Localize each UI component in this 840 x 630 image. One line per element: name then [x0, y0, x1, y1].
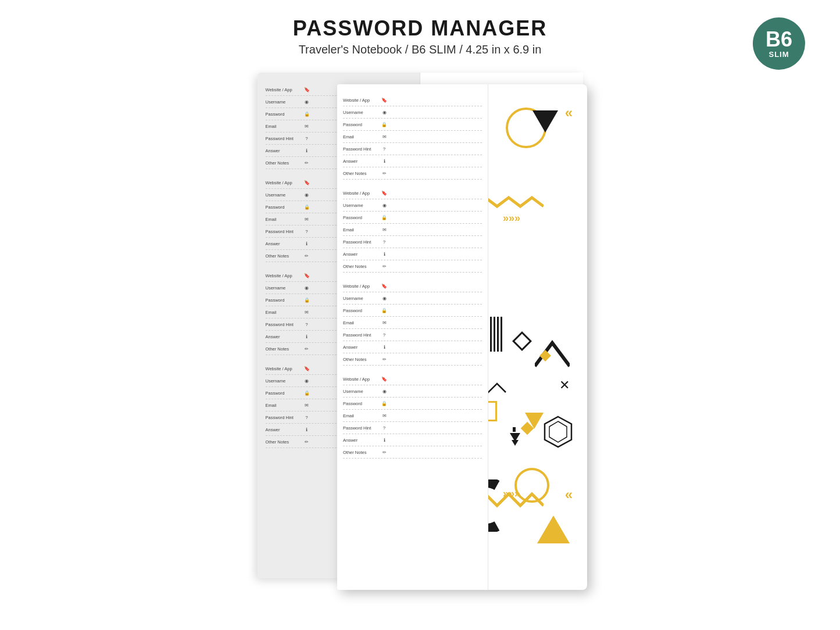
entry-block: Website / App🔖Username◉Password🔒Email✉Pa… — [343, 95, 482, 180]
row-icon: ✏ — [381, 357, 388, 362]
row-line — [388, 416, 482, 416]
row-line — [388, 124, 482, 125]
row-label: Password — [266, 391, 303, 396]
b6-badge: B6 SLIM — [753, 17, 805, 70]
row-label: Email — [343, 413, 381, 418]
row-label: Website / App — [266, 87, 303, 92]
entry-row: Website / App🔖 — [343, 95, 482, 106]
row-label: Answer — [343, 252, 381, 257]
entry-row: Email✉ — [343, 317, 482, 329]
row-label: Email — [266, 310, 303, 315]
row-icon: ✉ — [381, 320, 388, 325]
entry-row: Password🔒 — [343, 119, 482, 131]
row-icon: ✉ — [303, 310, 310, 315]
entry-row: Email✉ — [343, 224, 482, 236]
row-icon: ✉ — [381, 413, 388, 418]
row-icon: ✉ — [381, 227, 388, 232]
row-line — [388, 137, 482, 137]
row-icon: 🔖 — [303, 87, 310, 92]
row-label: Email — [266, 403, 303, 408]
row-icon: ✏ — [381, 264, 388, 269]
row-icon: ✏ — [303, 253, 310, 259]
row-label: Email — [266, 217, 303, 222]
row-label: Username — [266, 378, 303, 384]
row-icon: ◉ — [381, 389, 388, 394]
row-icon: 🔖 — [381, 377, 388, 382]
row-label: Password — [266, 205, 303, 210]
row-icon: ℹ — [381, 438, 388, 443]
row-line — [388, 298, 482, 299]
row-label: Password Hint — [343, 425, 381, 431]
row-label: Other Notes — [343, 357, 381, 362]
entry-row: Answerℹ — [343, 342, 482, 353]
row-icon: ? — [303, 322, 310, 327]
row-line — [388, 359, 482, 360]
row-label: Username — [266, 192, 303, 198]
row-line — [388, 254, 482, 255]
row-label: Answer — [266, 427, 303, 432]
entry-row: Other Notes✏ — [343, 168, 482, 180]
entry-row: Username◉ — [343, 293, 482, 305]
row-label: Email — [343, 227, 381, 232]
row-icon: 🔖 — [303, 273, 310, 278]
row-line — [388, 100, 482, 101]
entry-row: Other Notes✏ — [343, 447, 482, 459]
row-label: Answer — [343, 438, 381, 443]
row-line — [388, 403, 482, 404]
entry-row: Password Hint? — [343, 423, 482, 434]
row-icon: 🔒 — [303, 298, 310, 303]
row-line — [388, 428, 482, 428]
entry-block: Website / App🔖Username◉Password🔒Email✉Pa… — [343, 281, 482, 366]
row-icon: 🔖 — [381, 98, 388, 103]
entry-row: Other Notes✏ — [343, 354, 482, 366]
row-label: Answer — [343, 159, 381, 164]
entry-row: Password🔒 — [343, 398, 482, 410]
row-label: Username — [266, 99, 303, 105]
row-icon: ? — [303, 229, 310, 234]
entry-row: Website / App🔖 — [343, 374, 482, 385]
entry-row: Username◉ — [343, 107, 482, 119]
row-icon: ◉ — [381, 296, 388, 301]
row-icon: ✉ — [303, 217, 310, 222]
row-label: Password Hint — [266, 322, 303, 327]
row-icon: ✉ — [303, 124, 310, 129]
row-icon: ℹ — [303, 427, 310, 432]
row-label: Other Notes — [266, 346, 303, 352]
row-label: Username — [343, 296, 381, 301]
row-label: Password Hint — [266, 136, 303, 141]
entry-row: Username◉ — [343, 200, 482, 212]
row-icon: ✉ — [381, 134, 388, 139]
row-label: Answer — [266, 334, 303, 339]
notebook-container: Website / App🔖Username◉Password🔒Email✉Pa… — [29, 73, 811, 618]
entry-row: Password🔒 — [343, 212, 482, 224]
row-icon: ◉ — [303, 378, 310, 384]
row-label: Password — [266, 298, 303, 303]
row-icon: ✏ — [381, 450, 388, 455]
row-label: Other Notes — [343, 450, 381, 455]
row-line — [388, 323, 482, 323]
entry-block: Website / App🔖Username◉Password🔒Email✉Pa… — [343, 374, 482, 459]
row-icon: 🔒 — [381, 308, 388, 313]
row-label: Password — [343, 308, 381, 313]
row-label: Answer — [343, 345, 381, 350]
row-icon: ℹ — [303, 148, 310, 153]
row-line — [388, 217, 482, 218]
cover-page-entries: Website / App🔖Username◉Password🔒Email✉Pa… — [337, 84, 488, 590]
notebook-cover: Website / App🔖Username◉Password🔒Email✉Pa… — [337, 84, 587, 590]
row-icon: 🔒 — [381, 401, 388, 406]
row-label: Email — [343, 320, 381, 325]
row-label: Answer — [266, 241, 303, 246]
row-line — [388, 149, 482, 149]
page-title: PASSWORD MANAGER — [0, 16, 840, 41]
row-label: Password Hint — [343, 146, 381, 152]
row-icon: 🔒 — [381, 215, 388, 220]
row-label: Password — [343, 215, 381, 220]
entry-row: Answerℹ — [343, 249, 482, 260]
row-icon: ? — [381, 425, 388, 431]
row-icon: ? — [381, 239, 388, 245]
row-label: Email — [266, 124, 303, 129]
row-icon: ℹ — [381, 345, 388, 350]
row-label: Email — [343, 134, 381, 139]
row-label: Password — [343, 122, 381, 127]
entry-row: Answerℹ — [343, 156, 482, 167]
